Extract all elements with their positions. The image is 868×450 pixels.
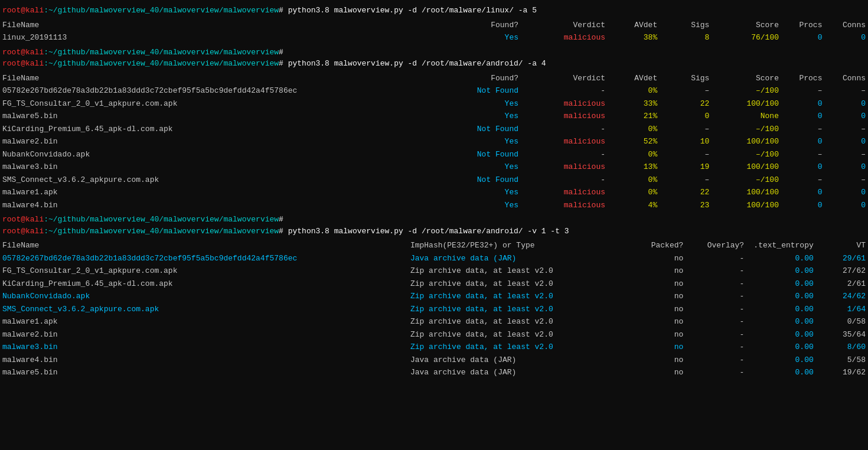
prompt-hash-2: #: [279, 48, 283, 57]
table-cell: malware2.bin: [0, 328, 408, 341]
table-cell: -: [686, 354, 746, 367]
table-cell: Not Found: [434, 123, 521, 136]
table-cell: -: [521, 84, 608, 97]
table-cell: 0: [781, 97, 825, 110]
table-row: malware4.binJava archive data (JAR)no-0.…: [0, 354, 868, 367]
table-row: 05782e267bd62de78a3db22b1a83ddd3c72cbef9…: [0, 84, 868, 97]
table-row: malware5.binYesmalicious21%0None00: [0, 110, 868, 123]
prompt-cmd-3: # python3.8 malwoverview.py -d /root/mal…: [279, 59, 546, 68]
table-cell: malware5.bin: [0, 366, 408, 379]
table-cell: malicious: [521, 161, 608, 174]
table-cell: 0: [824, 199, 868, 212]
table-cell: 19: [660, 161, 712, 174]
prompt-cmd-5: # python3.8 malwoverview.py -d /root/mal…: [279, 227, 569, 236]
table-1: FileName Found? Verdict AVdet Sigs Score…: [0, 19, 868, 44]
table-cell: –: [660, 148, 712, 161]
table-cell: Zip archive data, at least v2.0: [408, 278, 625, 291]
table-row: FG_TS_Consultar_2_0_v1_apkpure.com.apkZi…: [0, 265, 868, 278]
col-entropy-3: .text_entropy: [746, 239, 816, 252]
col-filename-3: FileName: [0, 239, 408, 252]
table-row: KiCarding_Premium_6.45_apk-dl.com.apkNot…: [0, 123, 868, 136]
prompt-path-5: :~/github/malwoverview_40/malwoverview/m…: [44, 227, 279, 236]
table-row: 05782e267bd62de78a3db22b1a83ddd3c72cbef9…: [0, 252, 868, 265]
table-cell: 21%: [608, 110, 660, 123]
table-row: malware1.apkYesmalicious0%22100/10000: [0, 186, 868, 199]
col-avdet-2: AVdet: [608, 72, 660, 85]
table-cell: –: [660, 174, 712, 187]
table-cell: -: [686, 265, 746, 278]
table-cell: -: [521, 174, 608, 187]
table-cell: 0%: [608, 186, 660, 199]
table-cell: Zip archive data, at least v2.0: [408, 265, 625, 278]
table-cell: -: [686, 315, 746, 328]
terminal: root@kali:~/github/malwoverview_40/malwo…: [0, 5, 868, 379]
table-cell: 0: [824, 31, 868, 44]
table-cell: Yes: [434, 97, 521, 110]
table-cell: -: [521, 123, 608, 136]
table-cell: Java archive data (JAR): [408, 252, 625, 265]
table-cell: Not Found: [434, 148, 521, 161]
table-cell: –/100: [712, 174, 781, 187]
table-cell: 0%: [608, 148, 660, 161]
table-cell: 0: [781, 186, 825, 199]
table-cell: –: [660, 84, 712, 97]
prompt-path-4: :~/github/malwoverview_40/malwoverview/m…: [44, 215, 279, 224]
table-cell: 100/100: [712, 199, 781, 212]
table-cell: malware1.apk: [0, 315, 408, 328]
table-cell: -: [686, 328, 746, 341]
col-filename-1: FileName: [0, 19, 434, 32]
col-overlay-3: Overlay?: [686, 239, 746, 252]
table-cell: malicious: [521, 199, 608, 212]
table-cell: 0: [824, 186, 868, 199]
table-row: SMS_Connect_v3.6.2_apkpure.com.apkZip ar…: [0, 303, 868, 316]
table-cell: linux_20191113: [0, 31, 434, 44]
table-cell: 0: [824, 97, 868, 110]
table-3-header-row: FileName ImpHash(PE32/PE32+) or Type Pac…: [0, 239, 868, 252]
table-cell: 76/100: [712, 31, 781, 44]
table-cell: 4%: [608, 199, 660, 212]
table-cell: no: [625, 341, 686, 354]
table-cell: 0.00: [746, 328, 816, 341]
table-cell: -: [521, 148, 608, 161]
table-cell: Zip archive data, at least v2.0: [408, 315, 625, 328]
table-cell: malware4.bin: [0, 354, 408, 367]
table-cell: 0: [781, 135, 825, 148]
table-section-3: FileName ImpHash(PE32/PE32+) or Type Pac…: [0, 239, 868, 379]
table-row: malware2.binZip archive data, at least v…: [0, 328, 868, 341]
prompt-user-4: root@kali: [2, 215, 44, 224]
table-cell: no: [625, 315, 686, 328]
table-cell: malware3.bin: [0, 161, 434, 174]
table-cell: Zip archive data, at least v2.0: [408, 303, 625, 316]
table-cell: Yes: [434, 161, 521, 174]
col-procs-2: Procs: [781, 72, 825, 85]
table-cell: NubankConvidado.apk: [0, 148, 434, 161]
table-cell: 0.00: [746, 315, 816, 328]
table-cell: None: [712, 110, 781, 123]
prompt-user-3: root@kali: [2, 59, 44, 68]
table-cell: malicious: [521, 135, 608, 148]
table-row: malware4.binYesmalicious4%23100/10000: [0, 199, 868, 212]
table-row: NubankConvidado.apkNot Found-0%––/100––: [0, 148, 868, 161]
table-cell: –: [824, 84, 868, 97]
col-packed-3: Packed?: [625, 239, 686, 252]
table-cell: 0%: [608, 84, 660, 97]
table-cell: –/100: [712, 84, 781, 97]
col-found-2: Found?: [434, 72, 521, 85]
table-row: linux_20191113Yesmalicious38%876/10000: [0, 31, 868, 44]
prompt-cmd-1: # python3.8 malwoverview.py -d /root/mal…: [279, 6, 537, 15]
table-cell: –: [781, 174, 825, 187]
table-cell: FG_TS_Consultar_2_0_v1_apkpure.com.apk: [0, 97, 434, 110]
col-score-1: Score: [712, 19, 781, 32]
table-cell: –: [781, 84, 825, 97]
table-cell: 0.00: [746, 278, 816, 291]
table-cell: -: [686, 366, 746, 379]
prompt-user-2: root@kali: [2, 48, 44, 57]
table-cell: 13%: [608, 161, 660, 174]
table-cell: 22: [660, 186, 712, 199]
table-cell: 0.00: [746, 265, 816, 278]
col-conns-1: Conns: [824, 19, 868, 32]
table-cell: malware4.bin: [0, 199, 434, 212]
table-row: KiCarding_Premium_6.45_apk-dl.com.apkZip…: [0, 278, 868, 291]
prompt-path-2: :~/github/malwoverview_40/malwoverview/m…: [44, 48, 279, 57]
command-line-4: root@kali:~/github/malwoverview_40/malwo…: [0, 214, 868, 226]
